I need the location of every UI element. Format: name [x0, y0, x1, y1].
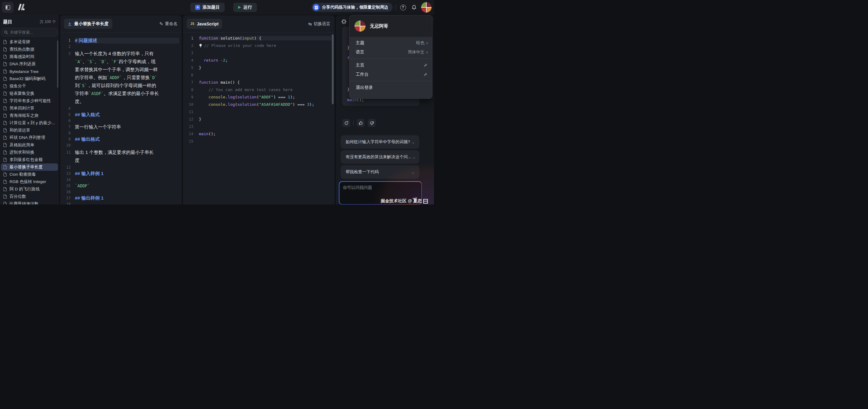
- file-icon: [3, 194, 7, 199]
- sidebar-item[interactable]: 链表聚集交换: [0, 90, 59, 97]
- sidebar-item[interactable]: 猫鱼分干: [0, 82, 59, 90]
- help-button[interactable]: ?: [399, 3, 407, 11]
- topbar: + 添加题目 运行 分享代码练习体验，领限量定制周边 ?: [0, 0, 434, 15]
- sidebar-item[interactable]: 字符串有多少种可能性: [0, 97, 59, 105]
- sidebar-item[interactable]: 拿到最多红包金额: [0, 156, 59, 163]
- dropdown-setting-label: 语言: [356, 49, 364, 55]
- suggestion-chip[interactable]: 如何统计输入字符串中字母的词频?→: [341, 135, 419, 149]
- problem-markdown-editor[interactable]: 1# 问题描述23输入一个长度为 4 倍数的字符串，只有`A`、`S`、`D`、…: [60, 33, 182, 205]
- sidebar-item[interactable]: RGB 色值转 Integer: [0, 178, 59, 185]
- logout-label: 退出登录: [356, 85, 373, 91]
- sidebar-item-label: 阿 D 的飞行路线: [9, 186, 40, 192]
- sidebar-item[interactable]: 查找热点数据: [0, 46, 59, 53]
- suggestion-chip[interactable]: 有没有更高效的算法来解决这个问...→: [341, 150, 419, 164]
- thumbs-up-button[interactable]: [356, 119, 365, 127]
- problem-panel: 最小替换子串长度 ✎ 重命名 1# 问题描述23输入一个长度为 4 倍数的字符串…: [60, 15, 182, 205]
- topbar-actions: + 添加题目 运行: [190, 3, 257, 12]
- switch-language-button[interactable]: ⇆ 切换语言: [308, 21, 330, 27]
- code-segment: [199, 88, 208, 92]
- code-segment: (: [257, 95, 259, 99]
- editor-scrollbar[interactable]: [332, 34, 334, 104]
- language-name: JavaScript: [197, 22, 219, 26]
- code-row: 13: [183, 123, 335, 130]
- markdown-row: 3输入一个长度为 4 倍数的字符串，只有: [60, 50, 182, 58]
- file-icon: [3, 150, 7, 155]
- sidebar-item[interactable]: 及格如此简单: [0, 141, 59, 149]
- suggestion-chip[interactable]: 帮我检查一下代码→: [341, 165, 419, 179]
- markdown-segment: ## 输出样例 1: [75, 195, 103, 201]
- sidebar-item[interactable]: DNA 序列还原: [0, 60, 59, 68]
- line-number: 2: [60, 44, 75, 49]
- code-line: console.log(solution("ASAFASAFADDD") ===…: [199, 102, 332, 107]
- sidebar-item-label: RGB 色值转 Integer: [9, 179, 46, 184]
- code-editor[interactable]: 1function solution(input) {2// Please wr…: [183, 33, 335, 145]
- notifications-button[interactable]: [410, 3, 418, 11]
- code-segment: function: [199, 80, 220, 84]
- markdown-row: 7第一行输入一个字符串: [60, 124, 182, 130]
- sidebar-item[interactable]: 比赛晋级淘汰数: [0, 200, 59, 205]
- sidebar-item[interactable]: 环状 DNA 序列整理: [0, 134, 59, 141]
- run-button[interactable]: 运行: [233, 3, 257, 12]
- pencil-icon: ✎: [159, 21, 163, 27]
- promo-banner[interactable]: 分享代码练习体验，领限量定制周边: [312, 3, 393, 12]
- sidebar-scrollbar[interactable]: [57, 40, 58, 88]
- sidebar-item-label: 及格如此简单: [9, 142, 34, 148]
- markdown-row: 8: [60, 130, 182, 136]
- dropdown-link-workbench[interactable]: 工作台: [350, 70, 432, 79]
- code-segment: [199, 58, 204, 63]
- sidebar-item[interactable]: Cion 勒索病毒: [0, 171, 59, 178]
- sidebar-item[interactable]: 和的逆运算: [0, 127, 59, 134]
- code-segment: );: [309, 102, 314, 107]
- markdown-line: ## 输出样例 1: [75, 195, 179, 201]
- dropdown-setting-theme[interactable]: 主题暗色›: [350, 38, 432, 47]
- dropdown-username: 无忌阿哥: [370, 23, 388, 29]
- sidebar-item-label: 和的逆运算: [9, 128, 30, 133]
- file-icon: [3, 47, 7, 52]
- search-input[interactable]: [10, 30, 55, 35]
- sidebar-item[interactable]: Bytedance Tree: [0, 68, 59, 75]
- chevron-right-icon: ›: [426, 50, 428, 55]
- dropdown-logout[interactable]: 退出登录: [350, 83, 432, 92]
- sidebar-toggle-button[interactable]: [2, 2, 13, 13]
- sidebar-item[interactable]: 进制求和转换: [0, 149, 59, 156]
- dropdown-link-home[interactable]: 主页: [350, 61, 432, 70]
- sidebar-item[interactable]: 简单四则计算: [0, 105, 59, 112]
- line-number: 13: [183, 124, 199, 129]
- regenerate-button[interactable]: [342, 119, 350, 127]
- dropdown-divider: [350, 81, 432, 81]
- line-number: 7: [60, 125, 75, 129]
- markdown-segment: 四个字母构成，现: [119, 59, 156, 64]
- bell-icon: [411, 4, 417, 10]
- topbar-right: 分享代码练习体验，领限量定制周边 ?: [312, 0, 432, 15]
- sidebar-item-label: 多米诺骨牌: [9, 39, 30, 45]
- line-number: 1: [183, 36, 199, 40]
- add-problem-button[interactable]: + 添加题目: [190, 3, 225, 12]
- watermark-logo-icon: [423, 199, 428, 204]
- user-avatar[interactable]: [421, 2, 432, 12]
- thumbs-down-button[interactable]: [368, 119, 376, 127]
- code-segment: main: [199, 132, 208, 136]
- sidebar-item[interactable]: 计算位置 x 到 y 的最少...: [0, 119, 59, 127]
- problem-tab[interactable]: 最小替换子串长度: [64, 19, 112, 29]
- language-tab[interactable]: JS JavaScript: [187, 19, 222, 29]
- sidebar-item[interactable]: 病毒感染时间: [0, 53, 59, 60]
- code-segment: ) ===: [292, 102, 307, 107]
- dropdown-link-label: 工作台: [356, 72, 369, 77]
- line-number: 15: [60, 184, 75, 188]
- sidebar-item[interactable]: 多米诺骨牌: [0, 38, 59, 46]
- code-line: }: [199, 117, 332, 122]
- sidebar-item-selected[interactable]: 最小替换子串长度: [1, 163, 58, 171]
- sidebar-item[interactable]: Base32 编码和解码: [0, 75, 59, 82]
- rename-button[interactable]: ✎ 重命名: [159, 21, 177, 27]
- sidebar-item[interactable]: 青海湖租车之旅: [0, 112, 59, 119]
- dropdown-setting-language[interactable]: 语言简体中文›: [350, 47, 432, 57]
- sidebar-item-label: Base32 编码和解码: [9, 76, 45, 81]
- sidebar-item[interactable]: 百分位数: [0, 193, 59, 200]
- markdown-segment: ## 输入样例 1: [75, 171, 103, 176]
- markdown-segment: # 问题描述: [75, 38, 97, 43]
- dropdown-link-label: 主页: [356, 63, 364, 68]
- rename-label: 重命名: [165, 21, 178, 27]
- sidebar-item[interactable]: 阿 D 的飞行路线: [0, 185, 59, 193]
- markdown-line: ## 输入格式: [75, 112, 179, 118]
- file-icon: [3, 40, 7, 44]
